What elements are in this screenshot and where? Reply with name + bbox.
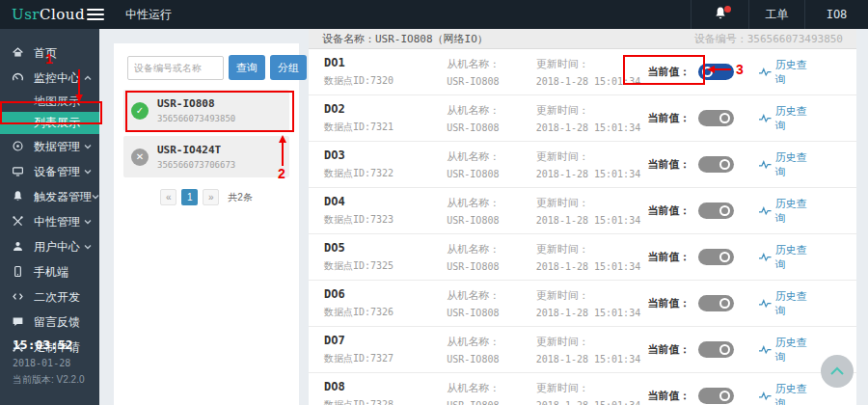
slave-name-value: USR-IO808 [447, 261, 536, 272]
device-item-usr-io424t[interactable]: ✕ USR-IO424T 356566073706673 [123, 136, 289, 177]
search-button[interactable]: 查询 [229, 55, 265, 80]
sidebar-item-home[interactable]: 首页 [0, 40, 99, 66]
group-button[interactable]: 分组 [270, 55, 307, 80]
hamburger-menu-icon[interactable] [87, 9, 104, 20]
datapoint-row: DO6数据点ID:7326 从机名称：USR-IO808 更新时间：2018-1… [309, 281, 856, 327]
history-query-link[interactable]: 历史查询 [759, 197, 816, 226]
sidebar-item-development[interactable]: 二次开发 [0, 284, 99, 310]
account-menu[interactable]: IO8 [804, 0, 868, 29]
history-query-link[interactable]: 历史查询 [759, 104, 816, 133]
work-order-button[interactable]: 工单 [748, 0, 804, 29]
version-label: 当前版本: V2.2.0 [13, 373, 84, 387]
sidebar-item-trigger-management[interactable]: 触发器管理 [0, 184, 99, 209]
history-query-link[interactable]: 历史查询 [759, 289, 816, 318]
update-time-value: 2018-1-28 15:01:34 [536, 400, 648, 405]
sidebar-item-feedback[interactable]: 留言反馈 [0, 310, 99, 335]
slave-name-value: USR-IO808 [447, 400, 536, 405]
datapoint-id: 数据点ID:7322 [324, 167, 447, 180]
notification-button[interactable] [691, 0, 748, 29]
datapoint-row: DO8数据点ID:7328 从机名称：USR-IO808 更新时间：2018-1… [309, 373, 856, 405]
value-toggle[interactable] [698, 156, 734, 173]
next-page-button[interactable]: » [203, 189, 219, 205]
sidebar-item-user-center[interactable]: 用户中心 [0, 234, 99, 259]
device-list-panel: 查询 分组 ✓ USR-IO808 356566073493850 ✕ USR-… [114, 43, 299, 405]
scroll-top-button[interactable] [821, 355, 854, 388]
sidebar-item-device-management[interactable]: 设备管理 [0, 159, 99, 184]
history-query-link[interactable]: 历史查询 [759, 243, 816, 272]
current-page-button[interactable]: 1 [181, 189, 198, 205]
datapoint-name: DO6 [324, 287, 447, 301]
value-toggle[interactable] [698, 64, 734, 80]
sidebar-item-label: 二次开发 [34, 289, 80, 306]
slave-name-value: USR-IO808 [447, 76, 536, 87]
chevron-down-icon [92, 194, 99, 200]
datapoint-name: DO1 [324, 56, 447, 69]
pulse-icon [759, 392, 772, 401]
current-value-label: 当前值： [648, 296, 691, 310]
bullseye-icon [12, 140, 25, 153]
pulse-icon [759, 68, 772, 77]
sidebar-item-label: 数据管理 [34, 139, 80, 155]
code-icon [12, 290, 25, 304]
datapoint-name: DO4 [324, 195, 447, 208]
sidebar-item-monitor-center[interactable]: 监控中心 [0, 66, 99, 91]
logo-cloud: Cloud [40, 6, 85, 23]
slave-name-value: USR-IO808 [447, 308, 536, 318]
history-query-link[interactable]: 历史查询 [759, 336, 816, 364]
datapoint-id: 数据点ID:7326 [324, 306, 447, 319]
chevron-up-icon [829, 366, 845, 376]
monitor-icon [12, 165, 25, 178]
sidebar-item-map-view[interactable]: 地图展示 [0, 91, 99, 112]
topbar: UsrCloud 中性运行 工单 IO8 [0, 0, 868, 29]
value-toggle[interactable] [698, 202, 734, 219]
value-toggle[interactable] [698, 249, 734, 265]
slave-name-value: USR-IO808 [447, 169, 536, 179]
sidebar-item-list-view[interactable]: 列表展示 [0, 112, 99, 134]
datapoint-name: DO8 [324, 380, 447, 393]
datapoint-row: DO4数据点ID:7323 从机名称：USR-IO808 更新时间：2018-1… [309, 188, 856, 234]
history-query-link[interactable]: 历史查询 [759, 382, 816, 405]
datapoint-id: 数据点ID:7328 [324, 398, 447, 405]
device-name: USR-IO808 [157, 97, 235, 110]
comment-icon [12, 315, 25, 329]
update-time-label: 更新时间： [536, 196, 648, 210]
datapoint-row: DO5数据点ID:7325 从机名称：USR-IO808 更新时间：2018-1… [309, 234, 856, 281]
slave-name-label: 从机名称： [447, 57, 536, 71]
topbar-tab[interactable]: 中性运行 [125, 7, 172, 23]
value-toggle[interactable] [698, 341, 734, 358]
value-toggle[interactable] [698, 295, 734, 311]
device-id: 356566073493850 [157, 114, 235, 123]
datapoint-id: 数据点ID:7320 [324, 74, 447, 88]
sidebar-item-label: 中性管理 [34, 214, 80, 230]
history-query-link[interactable]: 历史查询 [759, 150, 816, 179]
prev-page-button[interactable]: « [160, 189, 176, 205]
update-time-label: 更新时间： [536, 242, 648, 256]
datapoint-row: DO3数据点ID:7322 从机名称：USR-IO808 更新时间：2018-1… [309, 142, 856, 188]
clock-time: 15:03:52 [13, 338, 84, 352]
current-value-label: 当前值： [648, 203, 691, 218]
device-name: USR-IO424T [157, 144, 235, 156]
device-item-usr-io808[interactable]: ✓ USR-IO808 356566073493850 [123, 90, 289, 131]
device-header: 设备名称：USR-IO808（网络IO） 设备编号：35656607349385… [309, 29, 856, 49]
history-query-link[interactable]: 历史查询 [759, 58, 816, 87]
device-search-input[interactable] [127, 56, 224, 80]
gauge-icon [12, 71, 25, 85]
update-time-value: 2018-1-28 15:01:34 [536, 261, 648, 272]
datapoint-name: DO7 [324, 334, 447, 347]
current-value-label: 当前值： [648, 389, 691, 403]
value-toggle[interactable] [698, 110, 734, 126]
slave-name-value: USR-IO808 [447, 122, 536, 133]
sidebar-item-label: 触发器管理 [34, 189, 92, 205]
datapoint-id: 数据点ID:7327 [324, 352, 447, 365]
sidebar-item-label: 设备管理 [34, 164, 80, 180]
sidebar-item-label: 留言反馈 [34, 314, 80, 331]
sidebar-item-data-management[interactable]: 数据管理 [0, 134, 99, 159]
bell-icon [12, 190, 25, 203]
slave-name-label: 从机名称： [447, 149, 536, 164]
value-toggle[interactable] [698, 388, 734, 404]
datapoint-name: DO2 [324, 102, 447, 116]
sidebar-item-neutral-management[interactable]: 中性管理 [0, 209, 99, 234]
update-time-value: 2018-1-28 15:01:34 [536, 76, 648, 87]
sidebar-item-mobile[interactable]: 手机端 [0, 259, 99, 284]
datapoint-id: 数据点ID:7321 [324, 121, 447, 134]
